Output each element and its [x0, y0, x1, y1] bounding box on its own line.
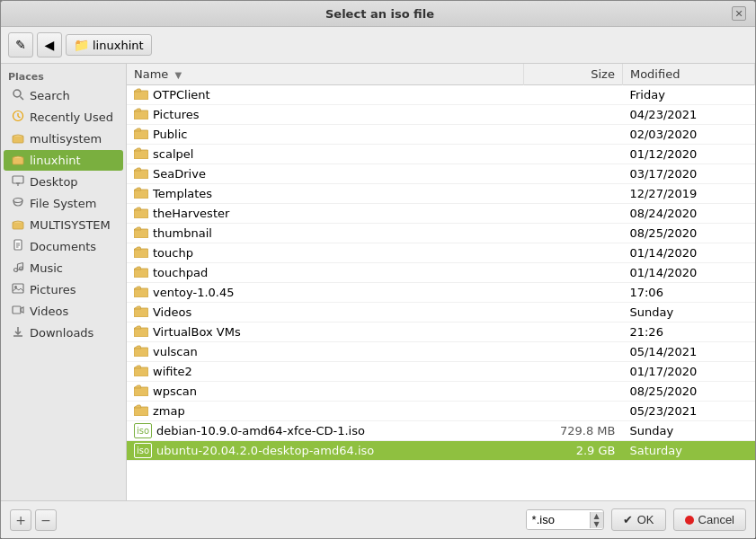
back-button[interactable]: ◀: [37, 32, 62, 57]
file-modified-cell: Sunday: [622, 421, 754, 441]
file-modified-cell: Sunday: [622, 303, 754, 323]
col-modified[interactable]: Modified: [622, 64, 754, 85]
file-name-label: debian-10.9.0-amd64-xfce-CD-1.iso: [156, 424, 365, 437]
file-name-label: ventoy-1.0.45: [153, 286, 235, 299]
sort-arrow: ▼: [175, 70, 182, 80]
cancel-button[interactable]: Cancel: [673, 508, 746, 531]
location-button[interactable]: 📁 linuxhint: [66, 34, 152, 56]
table-row[interactable]: thumbnail08/25/2020: [127, 224, 755, 243]
table-row[interactable]: Pictures04/23/2021: [127, 105, 755, 125]
table-row[interactable]: ventoy-1.0.4517:06: [127, 283, 755, 303]
svg-rect-33: [134, 209, 148, 218]
table-row[interactable]: OTPClientFriday: [127, 85, 755, 105]
sidebar-item-multisystem[interactable]: multisystem: [4, 128, 123, 149]
folder-icon: [134, 403, 148, 419]
sidebar-item-label-search: Search: [30, 89, 70, 102]
svg-rect-22: [13, 284, 23, 293]
sidebar-item-pictures[interactable]: Pictures: [4, 279, 123, 300]
table-row[interactable]: scalpel01/12/2020: [127, 145, 755, 164]
file-size-cell: [523, 362, 622, 382]
table-row[interactable]: Templates12/27/2019: [127, 184, 755, 204]
table-row[interactable]: isoubuntu-20.04.2.0-desktop-amd64.iso2.9…: [127, 441, 755, 461]
sidebar-item-label-multisystem: multisystem: [30, 132, 102, 146]
sidebar-item-music[interactable]: Music: [4, 258, 123, 278]
multisystem-icon: [11, 131, 25, 146]
svg-rect-31: [134, 170, 148, 179]
table-row[interactable]: wifite201/17/2020: [127, 362, 755, 382]
file-modified-cell: 02/03/2020: [622, 125, 754, 145]
sidebar-item-search[interactable]: Search: [4, 85, 123, 106]
file-name-cell: zmap: [127, 402, 523, 420]
file-modified-cell: 21:26: [622, 323, 754, 342]
sidebar-item-videos[interactable]: Videos: [4, 301, 123, 322]
table-row[interactable]: isodebian-10.9.0-amd64-xfce-CD-1.iso729.…: [127, 421, 755, 441]
file-size-cell: [523, 125, 622, 145]
file-name-label: Templates: [153, 187, 212, 200]
file-size-cell: [523, 243, 622, 263]
sidebar-item-documents[interactable]: Documents: [4, 236, 123, 257]
close-button[interactable]: ✕: [732, 6, 746, 21]
file-name-label: ubuntu-20.04.2.0-desktop-amd64.iso: [156, 444, 374, 457]
sidebar-item-multisystem2[interactable]: MULTISYSTEM: [4, 215, 123, 235]
file-name-cell: wpscan: [127, 382, 523, 401]
svg-rect-38: [134, 308, 148, 317]
svg-rect-11: [13, 222, 23, 229]
file-name-label: SeaDrive: [153, 167, 206, 181]
filter-arrow-button[interactable]: ▲ ▼: [590, 512, 603, 528]
col-name[interactable]: Name ▼: [127, 64, 523, 85]
file-modified-cell: 05/23/2021: [622, 402, 754, 421]
file-name-cell: OTPClient: [127, 85, 523, 104]
file-size-cell: 729.8 MB: [523, 421, 622, 441]
sidebar-item-linuxhint[interactable]: linuxhint: [4, 150, 123, 171]
table-row[interactable]: wpscan08/25/2020: [127, 382, 755, 402]
file-list-container[interactable]: Name ▼ Size Modified OTPClientFridayPict…: [127, 64, 755, 500]
remove-bookmark-button[interactable]: −: [35, 509, 57, 531]
file-name-cell: SeaDrive: [127, 164, 523, 183]
file-name-label: Public: [153, 128, 187, 141]
sidebar-item-desktop[interactable]: Desktop: [4, 172, 123, 192]
file-modified-cell: 04/23/2021: [622, 105, 754, 125]
table-row[interactable]: SeaDrive03/17/2020: [127, 164, 755, 184]
sidebar-item-recently-used[interactable]: Recently Used: [4, 107, 123, 128]
file-name-label: Pictures: [153, 108, 199, 121]
iso-icon: iso: [134, 423, 152, 438]
file-system-icon: [11, 196, 25, 211]
edit-icon: ✎: [15, 38, 26, 52]
svg-rect-42: [134, 387, 148, 396]
edit-button[interactable]: ✎: [8, 32, 33, 57]
folder-icon: [134, 265, 148, 280]
table-row[interactable]: zmap05/23/2021: [127, 402, 755, 421]
sidebar-item-downloads[interactable]: Downloads: [4, 323, 123, 343]
table-row[interactable]: touchp01/14/2020: [127, 243, 755, 263]
filter-input[interactable]: [527, 510, 590, 529]
file-list: Name ▼ Size Modified OTPClientFridayPict…: [127, 64, 755, 461]
sidebar-item-file-system[interactable]: File System: [4, 193, 123, 214]
file-size-cell: [523, 342, 622, 362]
svg-rect-7: [13, 176, 23, 183]
file-name-label: VirtualBox VMs: [153, 325, 241, 339]
folder-icon: [134, 206, 148, 221]
ok-button[interactable]: ✔ OK: [611, 508, 666, 531]
sidebar-item-label-videos: Videos: [30, 305, 68, 318]
col-size[interactable]: Size: [523, 64, 622, 85]
file-name-label: thumbnail: [153, 226, 212, 240]
file-modified-cell: 08/25/2020: [622, 382, 754, 402]
file-name-label: touchpad: [153, 266, 208, 279]
file-size-cell: [523, 164, 622, 184]
folder-icon: [134, 186, 148, 201]
table-row[interactable]: vulscan05/14/2021: [127, 342, 755, 362]
table-row[interactable]: theHarvester08/24/2020: [127, 204, 755, 224]
dialog-title: Select an iso file: [28, 7, 732, 21]
linuxhint-icon: [11, 153, 25, 168]
table-row[interactable]: VirtualBox VMs21:26: [127, 323, 755, 342]
table-row[interactable]: VideosSunday: [127, 303, 755, 323]
table-row[interactable]: touchpad01/14/2020: [127, 263, 755, 283]
folder-icon: [134, 146, 148, 162]
svg-rect-6: [13, 157, 23, 164]
file-name-label: touchp: [153, 246, 193, 260]
file-name-cell: touchp: [127, 243, 523, 262]
table-row[interactable]: Public02/03/2020: [127, 125, 755, 145]
videos-icon: [11, 304, 25, 319]
add-bookmark-button[interactable]: +: [10, 509, 31, 531]
desktop-icon: [11, 174, 25, 190]
